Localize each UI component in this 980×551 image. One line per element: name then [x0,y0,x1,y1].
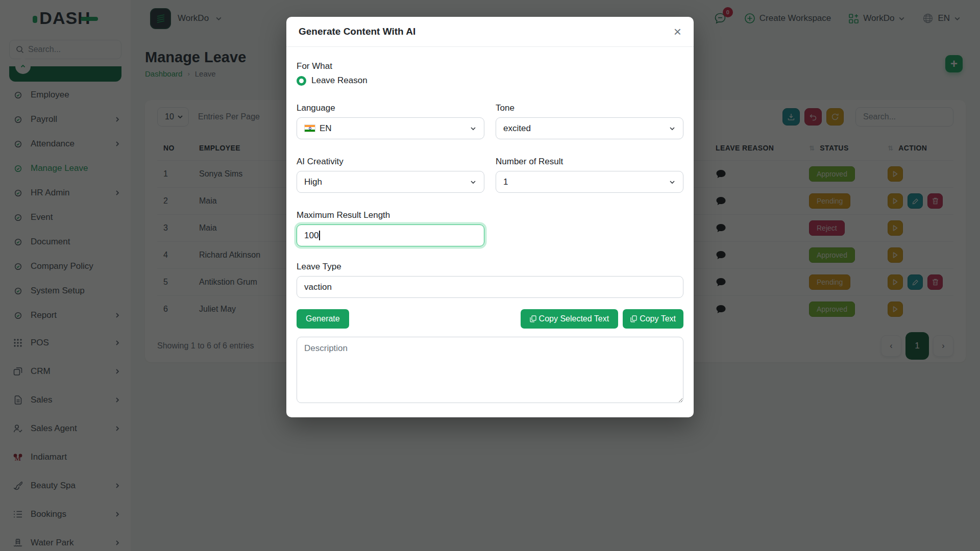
modal-title: Generate Content With AI [299,26,415,37]
copy-text-button[interactable]: Copy Text [623,309,683,329]
india-flag-icon [304,124,315,132]
leave-type-label: Leave Type [297,262,683,272]
text-caret [319,231,320,240]
max-result-length-label: Maximum Result Length [297,210,484,220]
number-of-result-select[interactable]: 1 [496,171,683,193]
for-what-label: For What [297,61,683,71]
chevron-down-icon [669,125,676,132]
generate-ai-modal: Generate Content With AI × For What Leav… [286,17,694,417]
tone-select[interactable]: excited [496,117,683,139]
max-result-length-input[interactable]: 100 [297,224,484,246]
leave-reason-radio-label: Leave Reason [311,76,368,86]
ai-creativity-select[interactable]: High [297,171,484,193]
description-textarea[interactable] [297,337,683,403]
generate-button[interactable]: Generate [297,309,349,329]
copy-icon [630,315,637,322]
copy-selected-text-button[interactable]: Copy Selected Text [521,309,619,329]
tone-label: Tone [496,103,683,113]
chevron-down-icon [669,179,676,186]
leave-reason-radio[interactable] [297,76,306,86]
ai-creativity-label: AI Creativity [297,157,484,167]
leave-type-input[interactable]: vaction [297,276,683,298]
app-canvas: DASH Employee [0,0,980,551]
chevron-down-icon [470,125,477,132]
close-icon[interactable]: × [674,25,681,38]
language-label: Language [297,103,484,113]
number-of-result-label: Number of Result [496,157,683,167]
language-select[interactable]: EN [297,117,484,139]
copy-icon [530,315,536,322]
chevron-down-icon [470,179,477,186]
